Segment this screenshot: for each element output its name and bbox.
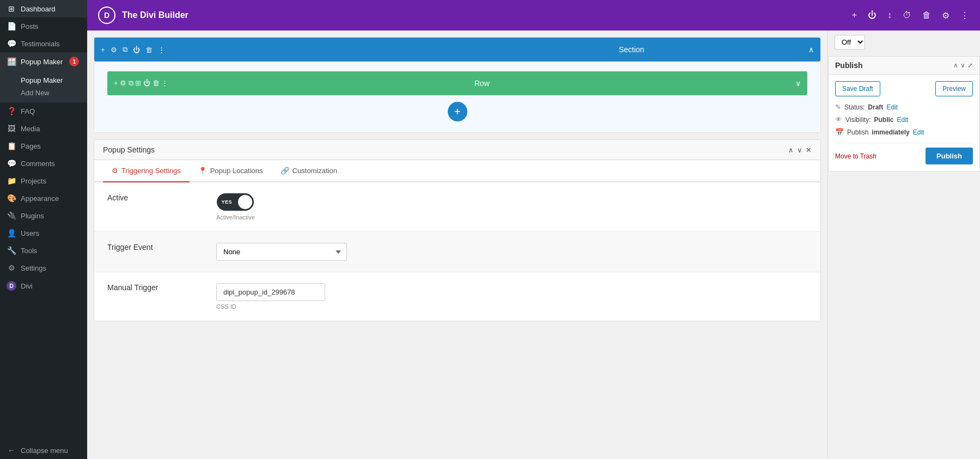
publish-panel-header: Publish ∧ ∨ ⤢ (829, 57, 979, 75)
sidebar-item-label: Tools (21, 247, 37, 255)
settings-gear-icon[interactable]: ⚙ (942, 10, 949, 21)
sidebar-item-posts[interactable]: 📄 Posts (0, 17, 87, 35)
publish-collapse-up-icon[interactable]: ∧ (953, 62, 958, 69)
trigger-event-select[interactable]: None Click Hover Scroll Time Delay Exit … (216, 243, 347, 261)
tab-label: Customization (293, 167, 337, 175)
sidebar-item-label: Users (21, 229, 39, 237)
center-content: + ⚙ ⧉ ⏻ 🗑 ⋮ Section ∧ + (87, 30, 827, 459)
publish-button[interactable]: Publish (926, 148, 973, 164)
submenu-add-new[interactable]: Add New (21, 87, 87, 99)
status-label: Status: (844, 103, 865, 111)
sidebar: ⊞ Dashboard 📄 Posts 💬 Testimonials 🪟 Pop… (0, 0, 87, 459)
sidebar-item-label: Plugins (21, 212, 44, 220)
publish-expand-icon[interactable]: ⤢ (967, 62, 973, 69)
responsive-icon[interactable]: ↕ (887, 10, 892, 20)
sidebar-item-dashboard[interactable]: ⊞ Dashboard (0, 0, 87, 17)
publish-timing-edit-link[interactable]: Edit (913, 128, 924, 136)
status-icon: ✎ (835, 103, 841, 111)
sidebar-item-divi[interactable]: D Divi (0, 277, 87, 295)
sidebar-item-popup-maker[interactable]: 🪟 Popup Maker 1 (0, 52, 87, 71)
sidebar-item-label: Projects (21, 177, 46, 185)
add-module-icon[interactable]: + (852, 10, 857, 20)
row-columns-icon[interactable]: ⊞ (135, 79, 141, 87)
submenu-popup-maker[interactable]: Popup Maker (21, 74, 87, 87)
sidebar-item-comments[interactable]: 💬 Comments (0, 155, 87, 172)
sidebar-item-label: Appearance (21, 194, 59, 203)
tab-customization[interactable]: 🔗 Customization (272, 160, 346, 182)
sidebar-item-tools[interactable]: 🔧 Tools (0, 242, 87, 259)
sidebar-item-label: Comments (21, 160, 55, 168)
power-icon[interactable]: ⏻ (868, 10, 876, 20)
section-add-icon[interactable]: + (101, 46, 105, 54)
trash-icon[interactable]: 🗑 (922, 10, 931, 20)
users-icon: 👤 (7, 229, 16, 237)
sidebar-item-label: Posts (21, 22, 39, 30)
divi-logo: D (98, 7, 115, 24)
save-draft-button[interactable]: Save Draft (835, 81, 880, 96)
sidebar-item-projects[interactable]: 📁 Projects (0, 172, 87, 189)
sidebar-item-label: Settings (21, 264, 46, 272)
sidebar-item-users[interactable]: 👤 Users (0, 224, 87, 242)
divi-builder-header: D The Divi Builder + ⏻ ↕ ⏱ 🗑 ⚙ ⋮ (87, 0, 980, 30)
divi-builder-title: The Divi Builder (122, 10, 852, 20)
section-settings-icon[interactable]: ⚙ (111, 46, 117, 54)
row-settings-icon[interactable]: ⚙ (120, 79, 126, 87)
publish-timing-row: 📅 Publish immediately Edit (835, 128, 973, 136)
sidebar-item-testimonials[interactable]: 💬 Testimonials (0, 35, 87, 52)
row-add-icon[interactable]: + (114, 79, 118, 87)
history-icon[interactable]: ⏱ (903, 10, 911, 20)
row-delete-icon[interactable]: 🗑 (153, 79, 160, 87)
projects-icon: 📁 (7, 176, 16, 185)
section-more-icon[interactable]: ⋮ (158, 46, 165, 54)
more-options-icon[interactable]: ⋮ (960, 10, 969, 21)
publish-footer: Move to Trash Publish (835, 143, 973, 164)
publish-collapse-down-icon[interactable]: ∨ (960, 62, 965, 69)
sidebar-item-media[interactable]: 🖼 Media (0, 120, 87, 137)
off-dropdown-wrap: Off On (828, 30, 980, 56)
sidebar-item-label: FAQ (21, 107, 35, 115)
section-collapse-icon[interactable]: ∧ (808, 45, 814, 54)
add-module-button[interactable]: + (448, 102, 467, 121)
row-more-icon[interactable]: ⋮ (161, 79, 168, 87)
manual-trigger-input[interactable] (216, 283, 325, 301)
publish-panel: Publish ∧ ∨ ⤢ Save Draft Preview ✎ (828, 56, 980, 172)
manual-trigger-label: Manual Trigger (107, 283, 216, 292)
sidebar-item-settings[interactable]: ⚙ Settings (0, 259, 87, 277)
sidebar-item-label: Divi (21, 282, 33, 290)
row-bar-tools: + ⚙ ⧉ ⊞ ⏻ 🗑 ⋮ (114, 79, 168, 88)
row-duplicate-icon[interactable]: ⧉ (129, 79, 133, 87)
active-toggle[interactable]: YES (217, 193, 254, 211)
section-delete-icon[interactable]: 🗑 (145, 46, 153, 54)
active-field-row: Active YES Active/Inactive (94, 182, 820, 232)
section-duplicate-icon[interactable]: ⧉ (123, 45, 127, 54)
status-row: ✎ Status: Draft Edit (835, 103, 973, 111)
sidebar-item-label: Popup Maker (21, 58, 63, 66)
off-select[interactable]: Off On (835, 35, 865, 50)
sidebar-item-faq[interactable]: ❓ FAQ (0, 102, 87, 120)
toggle-yes-label: YES (221, 199, 232, 205)
row-bar: + ⚙ ⧉ ⊞ ⏻ 🗑 ⋮ Row ∨ (107, 71, 807, 95)
preview-button[interactable]: Preview (935, 81, 973, 96)
sidebar-item-plugins[interactable]: 🔌 Plugins (0, 207, 87, 224)
status-edit-link[interactable]: Edit (886, 103, 898, 111)
ps-collapse-down-icon[interactable]: ∨ (797, 146, 802, 154)
sidebar-item-label: Media (21, 125, 40, 133)
tab-triggering-settings[interactable]: ⚙ Triggering Settings (103, 160, 190, 182)
row-disable-icon[interactable]: ⏻ (143, 79, 150, 87)
section-disable-icon[interactable]: ⏻ (133, 46, 140, 54)
visibility-icon: 👁 (835, 115, 842, 124)
publish-meta: ✎ Status: Draft Edit 👁 Visibility: Publi… (835, 103, 973, 136)
visibility-row: 👁 Visibility: Public Edit (835, 115, 973, 124)
move-to-trash-button[interactable]: Move to Trash (835, 152, 876, 160)
ps-collapse-up-icon[interactable]: ∧ (788, 146, 794, 154)
tools-icon: 🔧 (7, 246, 16, 255)
tab-popup-locations[interactable]: 📍 Popup Locations (190, 160, 272, 182)
visibility-edit-link[interactable]: Edit (897, 116, 908, 124)
row-collapse-icon[interactable]: ∨ (795, 79, 801, 88)
collapse-menu-button[interactable]: ← Collapse menu (0, 442, 87, 459)
visibility-label: Visibility: (845, 116, 871, 124)
sidebar-item-pages[interactable]: 📋 Pages (0, 137, 87, 155)
sidebar-item-appearance[interactable]: 🎨 Appearance (0, 189, 87, 207)
faq-icon: ❓ (7, 107, 16, 115)
ps-close-icon[interactable]: ✕ (806, 146, 812, 154)
